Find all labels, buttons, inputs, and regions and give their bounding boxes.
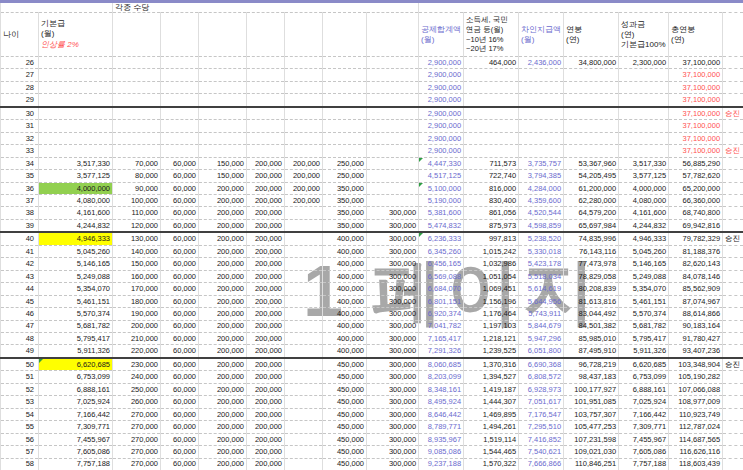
cell-total-annual-age-45[interactable]: 87,074,967 [669, 295, 723, 307]
cell-allowance-1-age-54[interactable]: 270,000 [113, 408, 161, 420]
cell-total-annual-age-36[interactable]: 65,200,000 [669, 182, 723, 194]
cell-allowance-3-age-58[interactable]: 200,000 [199, 458, 247, 470]
cell-deduction-total-age-28[interactable]: 2,900,000 [419, 81, 464, 93]
cell-income-tax-age-42[interactable]: 1,032,986 [464, 258, 519, 270]
cell-total-annual-age-29[interactable]: 37,100,000 [669, 94, 723, 107]
cell-age-age-58[interactable]: 58 [1, 458, 39, 470]
cell-allowance-7-age-58[interactable]: 300,000 [367, 458, 419, 470]
cell-bonus-age-55[interactable]: 7,309,771 [619, 421, 669, 433]
cell-allowance-7-age-26[interactable] [367, 57, 419, 69]
cell-age-age-47[interactable]: 47 [1, 320, 39, 332]
cell-allowance-3-age-31[interactable] [199, 120, 247, 132]
cell-allowance-2-age-50[interactable]: 60,000 [161, 358, 199, 371]
cell-allowance-4-age-48[interactable]: 200,000 [247, 332, 285, 344]
cell-allowance-3-age-52[interactable]: 200,000 [199, 383, 247, 395]
cell-allowance-2-age-45[interactable]: 60,000 [161, 295, 199, 307]
cell-allowance-7-age-45[interactable]: 300,000 [367, 295, 419, 307]
cell-allowance-1-age-46[interactable]: 190,000 [113, 308, 161, 320]
cell-age-age-50[interactable]: 50 [1, 358, 39, 371]
cell-allowance-7-age-36[interactable] [367, 182, 419, 194]
cell-age-age-32[interactable]: 32 [1, 132, 39, 144]
cell-age-age-39[interactable]: 39 [1, 219, 39, 232]
cell-allowance-6-age-49[interactable]: 400,000 [323, 345, 367, 358]
cell-annual-salary-age-37[interactable]: 62,280,000 [564, 194, 619, 206]
cell-income-tax-age-40[interactable]: 997,813 [464, 232, 519, 245]
cell-allowance-1-age-36[interactable]: 90,000 [113, 182, 161, 194]
cell-allowance-5-age-48[interactable] [285, 332, 323, 344]
cell-allowance-6-age-56[interactable]: 450,000 [323, 433, 367, 445]
cell-note-age-33[interactable]: 승진 [723, 145, 743, 157]
cell-allowance-4-age-33[interactable] [247, 145, 285, 157]
cell-bonus-age-40[interactable]: 4,946,333 [619, 232, 669, 245]
cell-net-pay-age-41[interactable]: 5,330,018 [519, 245, 564, 257]
cell-allowance-2-age-29[interactable] [161, 94, 199, 107]
cell-allowance-6-age-38[interactable]: 350,000 [323, 207, 367, 219]
cell-total-annual-age-32[interactable]: 37,100,000 [669, 132, 723, 144]
cell-deduction-total-age-36[interactable]: 5,100,000 [419, 182, 464, 194]
cell-age-age-37[interactable]: 37 [1, 194, 39, 206]
cell-income-tax-age-30[interactable] [464, 107, 519, 120]
cell-note-age-40[interactable]: 승진 [723, 232, 743, 245]
cell-age-age-40[interactable]: 40 [1, 232, 39, 245]
cell-bonus-age-42[interactable]: 5,146,165 [619, 258, 669, 270]
cell-allowance-6-age-34[interactable]: 250,000 [323, 157, 367, 169]
cell-base-salary-age-35[interactable]: 3,577,125 [39, 170, 113, 182]
cell-age-age-27[interactable]: 27 [1, 69, 39, 81]
cell-total-annual-age-54[interactable]: 110,923,749 [669, 408, 723, 420]
cell-allowance-6-age-35[interactable]: 250,000 [323, 170, 367, 182]
cell-total-annual-age-53[interactable]: 108,977,009 [669, 396, 723, 408]
cell-allowance-3-age-44[interactable]: 200,000 [199, 283, 247, 295]
cell-annual-salary-age-42[interactable]: 77,473,978 [564, 258, 619, 270]
cell-total-annual-age-42[interactable]: 82,620,143 [669, 258, 723, 270]
cell-allowance-5-age-58[interactable] [285, 458, 323, 470]
cell-deduction-total-age-48[interactable]: 7,165,417 [419, 332, 464, 344]
cell-deduction-total-age-34[interactable]: 4,447,330 [419, 157, 464, 169]
cell-allowance-5-age-49[interactable] [285, 345, 323, 358]
cell-allowance-2-age-34[interactable]: 60,000 [161, 157, 199, 169]
cell-allowance-7-age-50[interactable]: 300,000 [367, 358, 419, 371]
cell-allowance-1-age-29[interactable] [113, 94, 161, 107]
cell-base-salary-age-33[interactable] [39, 145, 113, 157]
cell-net-pay-age-30[interactable] [519, 107, 564, 120]
cell-net-pay-age-38[interactable]: 4,520,544 [519, 207, 564, 219]
cell-annual-salary-age-51[interactable]: 98,437,183 [564, 371, 619, 383]
header-empty-cell[interactable] [1, 3, 113, 13]
cell-deduction-total-age-45[interactable]: 6,801,151 [419, 295, 464, 307]
cell-note-age-26[interactable] [723, 57, 743, 69]
cell-age-age-26[interactable]: 26 [1, 57, 39, 69]
cell-annual-salary-age-56[interactable]: 107,231,598 [564, 433, 619, 445]
cell-allowance-4-age-50[interactable]: 200,000 [247, 358, 285, 371]
cell-allowance-5-age-29[interactable] [285, 94, 323, 107]
cell-allowance-5-age-38[interactable] [285, 207, 323, 219]
cell-annual-salary-age-54[interactable]: 103,757,307 [564, 408, 619, 420]
cell-annual-salary-age-55[interactable]: 105,477,253 [564, 421, 619, 433]
cell-age-age-33[interactable]: 33 [1, 145, 39, 157]
cell-annual-salary-age-35[interactable]: 54,205,495 [564, 170, 619, 182]
cell-allowance-6-age-50[interactable]: 450,000 [323, 358, 367, 371]
cell-age-age-34[interactable]: 34 [1, 157, 39, 169]
cell-total-annual-age-48[interactable]: 91,780,427 [669, 332, 723, 344]
cell-income-tax-age-56[interactable]: 1,519,114 [464, 433, 519, 445]
col-header-bonus[interactable]: 성과금 (연) 기본급100% [619, 13, 669, 57]
cell-allowance-6-age-33[interactable] [323, 145, 367, 157]
cell-age-age-38[interactable]: 38 [1, 207, 39, 219]
cell-allowance-3-age-30[interactable] [199, 107, 247, 120]
cell-allowance-2-age-30[interactable] [161, 107, 199, 120]
cell-bonus-age-36[interactable]: 4,000,000 [619, 182, 669, 194]
cell-total-annual-age-44[interactable]: 85,562,909 [669, 283, 723, 295]
cell-bonus-age-37[interactable]: 4,080,000 [619, 194, 669, 206]
cell-deduction-total-age-47[interactable]: 7,041,782 [419, 320, 464, 332]
cell-allowance-4-age-43[interactable]: 200,000 [247, 270, 285, 282]
cell-allowance-3-age-54[interactable]: 200,000 [199, 408, 247, 420]
cell-allowance-2-age-39[interactable]: 60,000 [161, 219, 199, 232]
cell-deduction-total-age-35[interactable]: 4,517,125 [419, 170, 464, 182]
cell-bonus-age-30[interactable] [619, 107, 669, 120]
cell-annual-salary-age-36[interactable]: 61,200,000 [564, 182, 619, 194]
cell-allowance-3-age-34[interactable]: 150,000 [199, 157, 247, 169]
cell-allowance-5-age-33[interactable] [285, 145, 323, 157]
cell-base-salary-age-53[interactable]: 7,025,924 [39, 396, 113, 408]
cell-deduction-total-age-56[interactable]: 8,935,967 [419, 433, 464, 445]
cell-note-age-46[interactable] [723, 308, 743, 320]
cell-allowance-1-age-48[interactable]: 210,000 [113, 332, 161, 344]
cell-allowance-4-age-42[interactable]: 200,000 [247, 258, 285, 270]
